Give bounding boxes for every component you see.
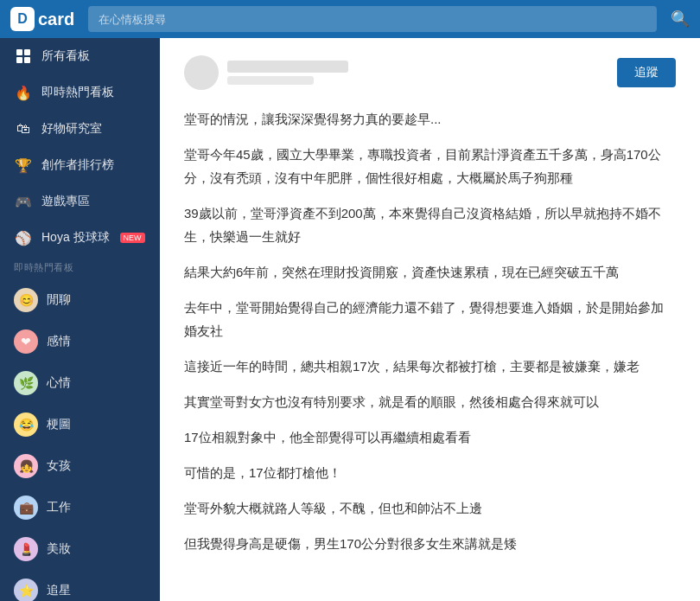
sidebar-item-meme[interactable]: 😂 梗圖 (0, 404, 160, 445)
hot-section-label: 即時熱門看板 (0, 256, 160, 279)
post-content: 堂哥的情況，讓我深深覺得努力真的要趁早... 堂哥今年45歲，國立大學畢業，專職… (184, 107, 676, 555)
sidebar-item-love[interactable]: ❤ 感情 (0, 321, 160, 362)
sidebar-item-chat-label: 閒聊 (47, 292, 71, 308)
post-header: 追蹤 (184, 55, 676, 90)
sidebar-item-girl-label: 女孩 (47, 458, 71, 474)
post-paragraph-1: 堂哥今年45歲，國立大學畢業，專職投資者，目前累計淨資產五千多萬，身高170公分… (184, 143, 676, 189)
post-paragraph-9: 堂哥外貌大概就路人等級，不醜，但也和帥沾不上邊 (184, 496, 676, 520)
sidebar-item-meme-label: 梗圖 (47, 417, 71, 432)
beauty-avatar: 💄 (14, 537, 38, 561)
svg-rect-1 (24, 49, 30, 55)
post-paragraph-5: 這接近一年的時間，總共相親17次，結果每次都被打槍，主要都是被嫌棄，嫌老 (184, 355, 676, 378)
search-button[interactable]: 🔍 (671, 10, 690, 29)
sidebar-item-goods[interactable]: 🛍 好物研究室 (0, 111, 160, 147)
sidebar-item-chat[interactable]: 😊 閒聊 (0, 279, 160, 321)
svg-rect-0 (16, 49, 22, 55)
sidebar-item-mood[interactable]: 🌿 心情 (0, 362, 160, 404)
post-paragraph-3: 結果大約6年前，突然在理財投資開竅，資產快速累積，現在已經突破五千萬 (184, 260, 676, 284)
sidebar-item-all-label: 所有看板 (41, 48, 90, 64)
sidebar-item-beauty[interactable]: 💄 美妝 (0, 528, 160, 570)
star-avatar: ⭐ (14, 579, 38, 601)
trophy-icon: 🏆 (14, 156, 33, 175)
content-area: 追蹤 堂哥的情況，讓我深深覺得努力真的要趁早... 堂哥今年45歲，國立大學畢業… (160, 38, 700, 601)
sidebar-item-game[interactable]: 🎮 遊戲專區 (0, 183, 160, 220)
post-paragraph-0: 堂哥的情況，讓我深深覺得努力真的要趁早... (184, 107, 676, 131)
sidebar-item-game-label: 遊戲專區 (41, 194, 90, 209)
sidebar-item-work-label: 工作 (47, 500, 71, 515)
sidebar: 所有看板 🔥 即時熱門看板 🛍 好物研究室 🏆 創作者排行榜 🎮 遊戲專區 ⚾ … (0, 38, 160, 601)
sidebar-item-star-label: 追星 (47, 583, 71, 598)
love-avatar: ❤ (14, 329, 38, 354)
sidebar-item-love-label: 感情 (47, 334, 71, 349)
post-author-name (227, 61, 348, 73)
post-paragraph-7: 17位相親對象中，他全部覺得可以再繼續相處看看 (184, 425, 676, 449)
post-paragraph-2: 39歲以前，堂哥淨資產不到200萬，本來覺得自己沒資格結婚，所以早就抱持不婚不生… (184, 201, 676, 248)
post-paragraph-8: 可惜的是，17位都打槍他！ (184, 461, 676, 484)
sidebar-item-beauty-label: 美妝 (47, 541, 71, 557)
girl-avatar: 👧 (14, 454, 38, 478)
meme-avatar: 😂 (14, 412, 38, 437)
sidebar-item-mood-label: 心情 (47, 375, 71, 391)
grid-icon (14, 47, 33, 66)
sidebar-item-hoya[interactable]: ⚾ Hoya 投球球 NEW (0, 220, 160, 256)
sidebar-item-all[interactable]: 所有看板 (0, 38, 160, 74)
new-badge: NEW (120, 233, 145, 243)
sidebar-item-girl[interactable]: 👧 女孩 (0, 445, 160, 487)
follow-button[interactable]: 追蹤 (617, 58, 676, 87)
sidebar-item-creator[interactable]: 🏆 創作者排行榜 (0, 147, 160, 183)
main-layout: 所有看板 🔥 即時熱門看板 🛍 好物研究室 🏆 創作者排行榜 🎮 遊戲專區 ⚾ … (0, 38, 700, 601)
sidebar-item-trending[interactable]: 🔥 即時熱門看板 (0, 74, 160, 111)
fire-icon: 🔥 (14, 83, 33, 102)
top-header: D card 🔍 (0, 0, 700, 38)
shop-icon: 🛍 (14, 119, 33, 138)
logo-text: card (38, 10, 74, 29)
post-avatar (184, 55, 219, 90)
baseball-icon: ⚾ (14, 228, 33, 247)
post-paragraph-10: 但我覺得身高是硬傷，男生170公分對很多女生來講就是矮 (184, 532, 676, 555)
search-input[interactable] (88, 6, 657, 32)
sidebar-item-trending-label: 即時熱門看板 (41, 85, 114, 100)
post-author-info (227, 61, 348, 85)
post-author-area (184, 55, 348, 90)
sidebar-item-hoya-label: Hoya 投球球 (41, 230, 110, 246)
sidebar-item-goods-label: 好物研究室 (41, 121, 102, 137)
mood-avatar: 🌿 (14, 371, 38, 395)
svg-rect-2 (16, 57, 22, 63)
post-paragraph-6: 其實堂哥對女方也沒有特別要求，就是看的順眼，然後相處合得來就可以 (184, 390, 676, 413)
svg-rect-3 (24, 57, 30, 63)
sidebar-item-creator-label: 創作者排行榜 (41, 157, 114, 173)
logo: D card (10, 7, 74, 31)
post-paragraph-4: 去年中，堂哥開始覺得自己的經濟能力還不錯了，覺得想要進入婚姻，於是開始參加婚友社 (184, 296, 676, 342)
game-icon: 🎮 (14, 192, 33, 211)
sidebar-item-work[interactable]: 💼 工作 (0, 487, 160, 528)
chat-avatar: 😊 (14, 288, 38, 312)
work-avatar: 💼 (14, 496, 38, 520)
post-author-sub (227, 76, 314, 85)
sidebar-item-star[interactable]: ⭐ 追星 (0, 570, 160, 601)
logo-icon: D (10, 7, 35, 31)
